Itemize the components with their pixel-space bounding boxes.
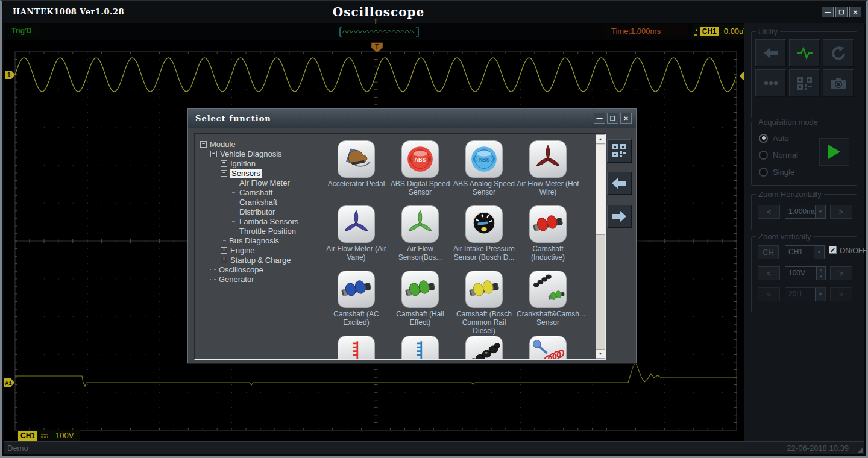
tree-item-vehicle-diagnosis[interactable]: −Vehicle Diagnosis xyxy=(195,149,319,158)
undo-button[interactable] xyxy=(823,39,854,67)
tree-item-crankshaft[interactable]: Crankshaft xyxy=(195,197,319,207)
function-item[interactable]: ABSABS Analog Speed Sensor xyxy=(452,139,516,204)
radio-icon[interactable] xyxy=(759,151,768,160)
timebase-select[interactable]: 1.000ms ▼ xyxy=(785,205,826,219)
camshaft-red-icon[interactable] xyxy=(529,205,567,243)
dialog-close-icon[interactable]: ✕ xyxy=(620,113,632,124)
tree-item-ignition[interactable]: +Ignition xyxy=(195,158,319,168)
minimize-icon[interactable]: — xyxy=(822,7,834,17)
function-item[interactable]: Camshaft (Inductive) xyxy=(516,204,580,269)
expand-icon[interactable]: + xyxy=(221,160,227,167)
dialog-prev-button[interactable] xyxy=(607,172,632,195)
camshaft-blue-icon[interactable] xyxy=(338,271,375,308)
chevron-down-icon[interactable]: ▼ xyxy=(814,246,824,259)
tree-item-generator[interactable]: Generator xyxy=(195,274,319,284)
camshaft-yellow-icon[interactable] xyxy=(465,271,503,308)
expand-icon[interactable]: + xyxy=(221,257,227,263)
camshaft-green-icon[interactable] xyxy=(401,271,439,308)
acquisition-option-single[interactable]: Single xyxy=(759,163,857,180)
tree-item-air-flow-meter[interactable]: Air Flow Meter xyxy=(195,178,319,187)
close-icon[interactable]: ✕ xyxy=(849,7,861,17)
collapse-icon[interactable]: − xyxy=(200,141,207,148)
sensor-spring-icon[interactable] xyxy=(529,336,567,359)
tree-item-throttle-position[interactable]: Throttle Position xyxy=(195,226,319,236)
function-item[interactable]: Camshaft (AC Excited) xyxy=(324,269,388,334)
resize-grip[interactable] xyxy=(857,447,863,453)
volts-spinner[interactable]: 100V ▲▼ xyxy=(785,266,826,280)
volts-next-button[interactable]: > xyxy=(830,266,852,280)
function-item[interactable]: Air Flow Sensor(Bos... xyxy=(388,204,452,269)
back-button[interactable] xyxy=(755,39,787,67)
tree-connector xyxy=(221,240,226,241)
function-item[interactable] xyxy=(388,334,452,359)
channel-button[interactable]: CH xyxy=(758,245,779,259)
chevron-down-icon[interactable]: ▼ xyxy=(815,288,825,301)
tree-item-lambda-sensors[interactable]: Lambda Sensors xyxy=(195,216,319,226)
channel-select[interactable]: CH1 ▼ xyxy=(785,245,825,259)
temp-blue-icon[interactable] xyxy=(401,336,439,359)
dialog-minimize-icon[interactable]: — xyxy=(594,113,605,124)
timebase-next-button[interactable]: > xyxy=(830,205,852,219)
dialog-qrcode-button[interactable] xyxy=(607,139,632,163)
propeller-blue-icon[interactable] xyxy=(338,205,375,243)
accelerator-pedal-icon[interactable] xyxy=(338,140,375,178)
function-item[interactable] xyxy=(516,334,580,359)
spinner-arrows-icon[interactable]: ▲▼ xyxy=(816,267,825,280)
maximize-icon[interactable]: ❐ xyxy=(835,7,848,17)
function-item[interactable]: Camshaft (Bosch Common Rail Diesel) xyxy=(452,269,516,334)
function-item[interactable]: Accelerator Pedal xyxy=(324,139,388,204)
dialog-maximize-icon[interactable]: ❐ xyxy=(607,113,618,124)
function-item[interactable]: Air Flow Meter (Hot Wire) xyxy=(516,139,580,204)
temp-red-icon[interactable] xyxy=(338,336,375,359)
probe-select[interactable]: 20:1 ▼ xyxy=(785,287,826,301)
tree-item-engine[interactable]: +Engine xyxy=(195,245,319,255)
timebase-prev-button[interactable]: < xyxy=(758,205,780,219)
function-item[interactable]: Camshaft (Hall Effect) xyxy=(388,269,452,334)
channel-onoff-checkbox[interactable]: ✓ xyxy=(829,246,837,254)
tree-item-distributor[interactable]: Distributor xyxy=(195,207,319,216)
function-item[interactable]: ABSABS Digital Speed Sensor xyxy=(388,139,452,204)
expand-icon[interactable]: + xyxy=(221,247,227,254)
collapse-icon[interactable]: − xyxy=(221,170,227,177)
crank-cam-icon[interactable] xyxy=(529,271,567,308)
run-button[interactable] xyxy=(819,138,849,166)
pressure-gauge-icon[interactable] xyxy=(465,205,503,243)
abs-red-icon[interactable]: ABS xyxy=(401,140,439,178)
collapse-icon[interactable]: − xyxy=(210,151,217,157)
radio-icon[interactable] xyxy=(759,168,768,177)
waveform-preview[interactable] xyxy=(339,26,420,38)
function-item[interactable]: Air Intake Pressure Sensor (Bosch D... xyxy=(452,204,516,269)
tree-item-camshaft[interactable]: Camshaft xyxy=(195,187,319,197)
propeller-darkred-icon[interactable] xyxy=(529,140,567,178)
more-button[interactable] xyxy=(755,69,787,97)
function-item[interactable]: Crankshaft&Camsh... Sensor xyxy=(516,269,580,334)
qrcode-button[interactable] xyxy=(789,69,820,97)
abs-blue-icon[interactable]: ABS xyxy=(465,140,503,178)
scrollbar[interactable]: ▲ ▼ xyxy=(596,134,605,359)
volts-prev-button[interactable]: < xyxy=(758,266,780,280)
scrollbar-thumb[interactable] xyxy=(596,145,605,235)
tree-item-module[interactable]: −Module xyxy=(195,139,319,149)
function-item[interactable] xyxy=(324,334,388,359)
svg-text:ABS: ABS xyxy=(414,157,426,163)
crankshaft-black-icon[interactable] xyxy=(465,336,503,359)
dialog-title-bar[interactable]: Select function — ❐ ✕ xyxy=(188,109,636,128)
tree-item-startup-charge[interactable]: +Startup & Charge xyxy=(195,255,319,265)
channel-badge[interactable]: CH1 xyxy=(18,431,37,441)
scroll-down-icon[interactable]: ▼ xyxy=(596,349,605,359)
function-item[interactable] xyxy=(452,334,516,359)
snapshot-button[interactable] xyxy=(823,69,854,97)
probe-prev-button[interactable]: < xyxy=(758,287,780,301)
radio-icon[interactable] xyxy=(759,134,768,143)
tree-item-oscilloscope[interactable]: Oscilloscope xyxy=(195,265,319,274)
tree-item-bus-diagnosis[interactable]: Bus Diagnosis xyxy=(195,236,319,245)
trigger-status: Trig'D xyxy=(8,25,39,37)
scroll-up-icon[interactable]: ▲ xyxy=(596,134,605,144)
function-item[interactable]: Air Flow Meter (Air Vane) xyxy=(324,204,388,269)
probe-next-button[interactable]: > xyxy=(830,287,852,301)
propeller-green-icon[interactable] xyxy=(401,205,439,243)
pulse-button[interactable] xyxy=(789,39,820,67)
dialog-next-button[interactable] xyxy=(607,205,632,228)
chevron-down-icon[interactable]: ▼ xyxy=(815,205,825,218)
tree-item-sensors[interactable]: −Sensors xyxy=(195,168,319,178)
